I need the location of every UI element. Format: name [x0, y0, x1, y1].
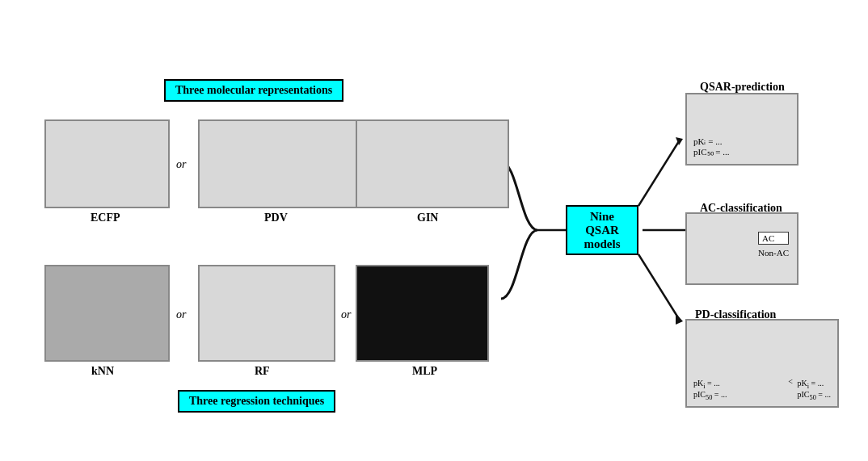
- knn-box: [44, 265, 170, 362]
- svg-line-6: [638, 254, 679, 319]
- non-ac-label: Non-AC: [758, 248, 789, 258]
- gin-label: GIN: [417, 212, 438, 224]
- main-diagram: N [ 0 1 · · · 0 ]: [0, 0, 868, 461]
- pd-lt-symbol: <: [788, 377, 793, 386]
- pd-class-box: pKi = ... pIC50 = ... pKi = ... pIC50 = …: [685, 319, 839, 408]
- qsar-pic50-text: pIC₅₀ = ...: [693, 147, 729, 157]
- svg-marker-7: [676, 313, 683, 325]
- gin-box: [356, 119, 509, 208]
- qsar-pred-box: pKᵢ = ... pIC₅₀ = ...: [685, 93, 798, 166]
- or-label-4: or: [341, 308, 351, 321]
- ecfp-label: ECFP: [91, 212, 120, 224]
- mlp-label: MLP: [412, 365, 437, 378]
- pd-pic50-right: pIC50 = ...: [798, 390, 831, 401]
- nine-qsar-line2: QSAR models: [577, 224, 627, 251]
- three-reg-tech-label: Three regression techniques: [178, 390, 335, 413]
- pd-pki-text: pKi = ...: [693, 379, 727, 390]
- pd-pic50-text: pIC50 = ...: [693, 390, 727, 401]
- rf-label: RF: [255, 365, 270, 378]
- rf-box: [198, 265, 335, 362]
- svg-line-2: [638, 141, 679, 206]
- svg-marker-3: [676, 137, 683, 145]
- nine-qsar-line1: Nine: [590, 210, 614, 224]
- three-mol-rep-label: Three molecular representations: [164, 79, 343, 102]
- nine-qsar-box: Nine QSAR models: [566, 205, 638, 255]
- ecfp-box: [44, 119, 170, 208]
- pdv-box: [198, 119, 372, 208]
- mlp-box: [356, 265, 489, 362]
- or-label-3: or: [176, 308, 186, 321]
- knn-label: kNN: [91, 365, 114, 378]
- ac-label: AC: [758, 232, 789, 245]
- ac-class-box: AC Non-AC: [685, 212, 798, 285]
- qsar-pki-text: pKᵢ = ...: [693, 136, 729, 147]
- qsar-pred-title: QSAR-prediction: [700, 81, 785, 94]
- pdv-label: PDV: [264, 212, 288, 224]
- pd-pki-right: pKi = ...: [798, 379, 831, 390]
- or-label-1: or: [176, 158, 186, 171]
